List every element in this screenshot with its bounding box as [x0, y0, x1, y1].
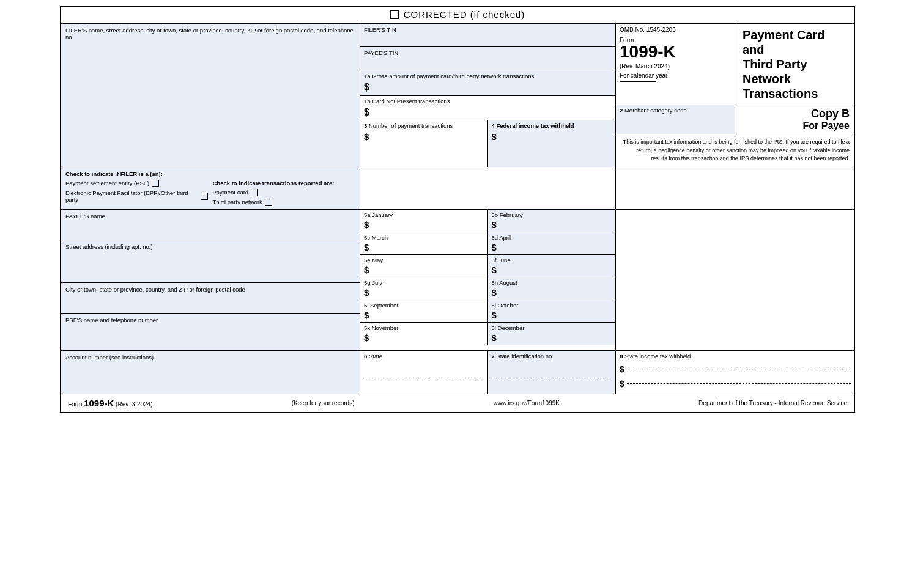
disclaimer-area: This is important tax information and is… [616, 134, 854, 167]
label-5a: 5a January [364, 211, 393, 218]
filer-label: FILER'S name, street address, city or to… [65, 27, 354, 40]
dollar-5d: $ [492, 241, 612, 252]
check-grid: Payment settlement entity (PSE) Electron… [65, 180, 355, 206]
field-3-4-row: 3 Number of payment transactions $ 4 Fed… [360, 120, 615, 167]
account-number-label: Account number (see instructions) [65, 354, 154, 361]
payment-card-row: Payment card [213, 189, 355, 196]
cell-5c: 5c March $ [360, 232, 488, 255]
label-5f: 5f June [492, 257, 511, 263]
payee-monthly-section: PAYEE'S name Street address (including a… [61, 209, 854, 350]
dollar-5i: $ [364, 309, 484, 320]
cell-5f: 5f June $ [488, 255, 616, 277]
label-5e: 5e May [364, 257, 383, 263]
right-col: OMB No. 1545-2205 Form 1099-K (Rev. Marc… [616, 24, 854, 167]
corrected-checkbox[interactable] [390, 10, 399, 19]
cell-5l: 5l December $ [488, 323, 616, 345]
filer-name-area: FILER'S name, street address, city or to… [61, 24, 360, 61]
field8-dollar-row1: $ [620, 364, 851, 374]
bottom-row: Account number (see instructions) 6 Stat… [61, 350, 854, 394]
field6-dashed [364, 378, 484, 378]
field7-dashed [492, 378, 612, 378]
header-row: CORRECTED (if checked) [61, 7, 854, 23]
field7-num: 7 [492, 353, 495, 359]
cell-5b: 5b February $ [488, 210, 616, 232]
corrected-label: CORRECTED (if checked) [404, 9, 525, 20]
third-party-checkbox[interactable] [265, 199, 272, 206]
label-5i: 5i September [364, 302, 399, 309]
cell-5j: 5j October $ [488, 300, 616, 323]
third-party-row: Third party network [213, 199, 355, 206]
dollar-5e: $ [364, 263, 484, 275]
label-5j: 5j October [492, 302, 519, 309]
for-payee-label: For Payee [740, 120, 850, 131]
footer-website: www.irs.gov/Form1099K [494, 400, 560, 406]
check-mid-empty [360, 167, 616, 209]
payees-tin-cell: PAYEE'S TIN [360, 47, 615, 70]
field8-dollar2: $ [620, 379, 624, 389]
payee-name-cell: PAYEE'S name [61, 210, 360, 240]
row-5g-5h: 5g July $ 5h August $ [360, 277, 615, 300]
pse-check-row: Payment settlement entity (PSE) [65, 180, 208, 187]
state-fields-col: 6 State 7 State identification no. [360, 351, 616, 394]
card-not-present-label: 1b Card Not Present transactions [364, 98, 612, 105]
merchant-cell: 2 Merchant category code [616, 105, 735, 134]
field8-label: State income tax withheld [624, 353, 691, 359]
footer-form-prefix: Form [68, 401, 82, 408]
third-party-label: Third party network [213, 199, 262, 205]
cell-5e: 5e May $ [360, 255, 488, 277]
footer-keep: (Keep for your records) [292, 400, 355, 406]
filers-tin-cell: FILER'S TIN [360, 24, 615, 47]
row-5c-5d: 5c March $ 5d April $ [360, 232, 615, 255]
field4-label: Federal income tax withheld [496, 122, 574, 129]
field8-dashed1 [627, 369, 851, 369]
payee-info-col: PAYEE'S name Street address (including a… [61, 210, 360, 350]
row-5k-5l: 5k November $ 5l December $ [360, 323, 615, 345]
label-5h: 5h August [492, 279, 517, 286]
omb-area: OMB No. 1545-2205 Form 1099-K (Rev. Marc… [616, 24, 735, 105]
field3-label: Number of payment transactions [369, 122, 453, 129]
copy-b-label: Copy B [740, 108, 850, 120]
epf-checkbox[interactable] [201, 193, 208, 200]
disclaimer-text: This is important tax information and is… [623, 139, 850, 161]
field2-label: Merchant category code [624, 107, 687, 114]
cell-5a: 5a January $ [360, 210, 488, 232]
field3-dollar: $ [364, 129, 484, 142]
field8-dashed2 [627, 383, 851, 384]
cell-5d: 5d April $ [488, 232, 616, 255]
street-address-label: Street address (including apt. no.) [65, 243, 153, 250]
filer-section: FILER'S name, street address, city or to… [61, 24, 360, 167]
field4-num: 4 [492, 122, 495, 129]
field8-num: 8 [620, 353, 623, 359]
dollar-5b: $ [492, 218, 612, 230]
cell-5h: 5h August $ [488, 277, 616, 300]
city-address-label: City or town, state or province, country… [65, 286, 245, 293]
card-not-present-dollar: $ [364, 105, 612, 118]
payment-card-checkbox[interactable] [251, 189, 258, 196]
gross-dollar: $ [364, 79, 612, 93]
label-5g: 5g July [364, 279, 382, 286]
dollar-5j: $ [492, 309, 612, 320]
field3-num: 3 [364, 122, 367, 129]
field8-dollar-row2: $ [620, 379, 851, 389]
card-not-present-cell: 1b Card Not Present transactions $ [360, 96, 615, 120]
filers-tin-label: FILER'S TIN [364, 26, 396, 33]
pse-name-label: PSE'S name and telephone number [65, 317, 158, 323]
street-address-cell: Street address (including apt. no.) [61, 240, 360, 283]
row-5e-5f: 5e May $ 5f June $ [360, 255, 615, 277]
calendar-label: For calendar year [620, 72, 731, 79]
field8-dollar1: $ [620, 364, 624, 374]
footer-row: Form 1099-K (Rev. 3-2024) (Keep for your… [61, 394, 854, 412]
label-5d: 5d April [492, 234, 511, 241]
field2-num: 2 [620, 107, 623, 114]
title-area: Payment Card and Third Party Network Tra… [735, 24, 854, 105]
monthly-right-empty [616, 210, 854, 350]
epf-label: Electronic Payment Facilitator (EPF)/Oth… [65, 189, 198, 203]
dollar-5c: $ [364, 241, 484, 252]
dollar-5f: $ [492, 263, 612, 275]
field6-cell: 6 State [360, 351, 488, 394]
pse-checkbox[interactable] [152, 180, 159, 187]
check-section-row: Check to indicate if FILER is a (an): Pa… [61, 167, 854, 209]
tin-gross-col: FILER'S TIN PAYEE'S TIN 1a Gross amount … [360, 24, 616, 167]
label-5k: 5k November [364, 325, 399, 331]
form-1099k: CORRECTED (if checked) FILER'S name, str… [60, 6, 855, 413]
